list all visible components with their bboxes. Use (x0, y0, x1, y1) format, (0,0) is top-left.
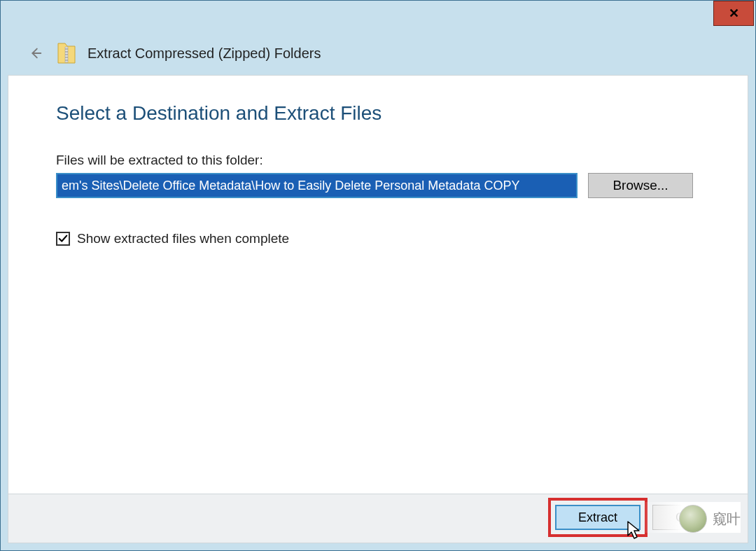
watermark-text: 窥叶 (713, 510, 741, 529)
content-pane: Select a Destination and Extract Files F… (8, 75, 748, 543)
watermark-avatar-icon (679, 505, 707, 533)
watermark: 窥叶 (679, 505, 741, 533)
close-button[interactable]: ✕ (713, 1, 754, 26)
destination-path-field[interactable] (56, 173, 578, 198)
browse-button[interactable]: Browse... (588, 173, 693, 198)
back-button[interactable] (26, 43, 46, 63)
destination-label: Files will be extracted to this folder: (56, 153, 263, 168)
show-extracted-label: Show extracted files when complete (77, 231, 289, 246)
destination-path-input[interactable] (57, 174, 576, 197)
extract-button[interactable]: Extract (555, 505, 640, 530)
titlebar: ✕ (1, 1, 755, 32)
back-arrow-icon (28, 46, 43, 61)
show-extracted-checkbox[interactable] (56, 232, 70, 246)
checkmark-icon (58, 234, 68, 244)
extract-wizard-window: ✕ Extract Compressed (Zipped) Folders Se… (0, 0, 756, 551)
close-icon: ✕ (729, 6, 739, 21)
zip-folder-icon (57, 41, 76, 66)
show-extracted-row: Show extracted files when complete (56, 231, 289, 246)
section-heading: Select a Destination and Extract Files (56, 102, 382, 125)
wizard-title: Extract Compressed (Zipped) Folders (88, 46, 321, 62)
button-bar: Extract Cancel 窥叶 (8, 494, 748, 543)
wizard-header: Extract Compressed (Zipped) Folders (1, 32, 755, 75)
